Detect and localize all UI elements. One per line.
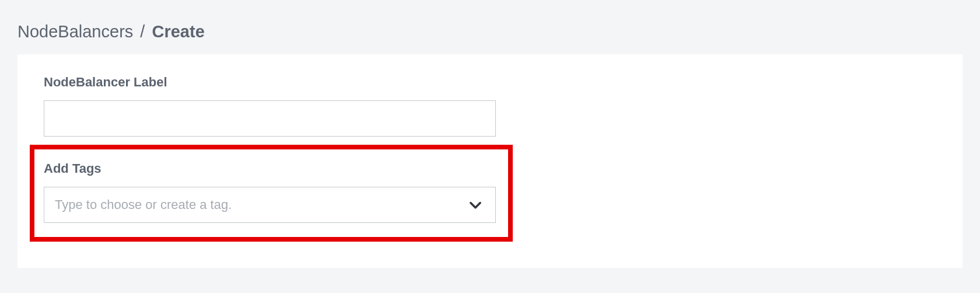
tags-section-highlight: Add Tags [30, 145, 513, 242]
tags-select[interactable] [44, 187, 496, 223]
nodebalancer-label-label: NodeBalancer Label [44, 75, 936, 90]
breadcrumb-separator: / [140, 22, 145, 41]
add-tags-label: Add Tags [44, 161, 499, 176]
form-card: NodeBalancer Label Add Tags [18, 54, 963, 268]
breadcrumb-parent-link[interactable]: NodeBalancers [18, 22, 133, 41]
breadcrumb-current: Create [152, 22, 204, 41]
nodebalancer-label-input[interactable] [44, 100, 496, 137]
label-field-group: NodeBalancer Label [44, 75, 936, 137]
tags-input[interactable] [44, 187, 495, 222]
breadcrumb: NodeBalancers / Create [0, 0, 980, 54]
